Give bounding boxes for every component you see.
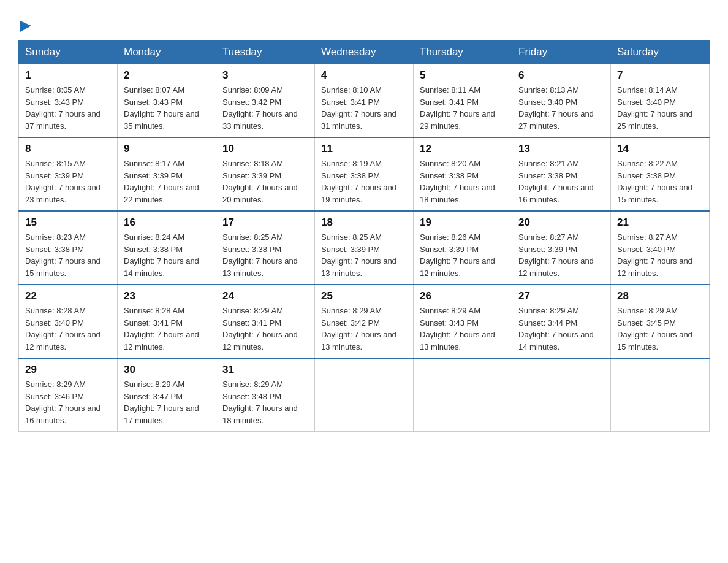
calendar-cell: 26 Sunrise: 8:29 AM Sunset: 3:43 PM Dayl…	[414, 285, 512, 358]
calendar-cell: 10 Sunrise: 8:18 AM Sunset: 3:39 PM Dayl…	[216, 137, 315, 211]
day-number: 13	[518, 143, 604, 155]
calendar-cell	[315, 358, 414, 432]
calendar-cell: 13 Sunrise: 8:21 AM Sunset: 3:38 PM Dayl…	[512, 137, 611, 211]
day-info: Sunrise: 8:24 AM Sunset: 3:38 PM Dayligh…	[124, 231, 210, 279]
day-info: Sunrise: 8:29 AM Sunset: 3:44 PM Dayligh…	[518, 305, 604, 353]
logo-triangle-icon	[20, 20, 31, 34]
day-number: 8	[25, 143, 111, 155]
calendar-cell: 15 Sunrise: 8:23 AM Sunset: 3:38 PM Dayl…	[19, 211, 118, 285]
calendar-week-row: 8 Sunrise: 8:15 AM Sunset: 3:39 PM Dayli…	[19, 137, 710, 211]
calendar-week-row: 15 Sunrise: 8:23 AM Sunset: 3:38 PM Dayl…	[19, 211, 710, 285]
day-info: Sunrise: 8:13 AM Sunset: 3:40 PM Dayligh…	[518, 84, 604, 132]
day-number: 14	[617, 143, 703, 155]
calendar-cell: 12 Sunrise: 8:20 AM Sunset: 3:38 PM Dayl…	[414, 137, 512, 211]
day-number: 16	[124, 216, 210, 229]
calendar-cell: 4 Sunrise: 8:10 AM Sunset: 3:41 PM Dayli…	[315, 64, 414, 137]
calendar-cell	[611, 358, 710, 432]
calendar-cell: 20 Sunrise: 8:27 AM Sunset: 3:39 PM Dayl…	[512, 211, 611, 285]
day-number: 6	[518, 69, 604, 82]
day-number: 30	[124, 364, 210, 376]
day-info: Sunrise: 8:23 AM Sunset: 3:38 PM Dayligh…	[25, 231, 111, 279]
calendar-cell: 31 Sunrise: 8:29 AM Sunset: 3:48 PM Dayl…	[216, 358, 315, 432]
day-number: 7	[617, 69, 703, 82]
calendar-week-row: 22 Sunrise: 8:28 AM Sunset: 3:40 PM Dayl…	[19, 285, 710, 358]
day-number: 10	[222, 143, 308, 155]
day-info: Sunrise: 8:29 AM Sunset: 3:48 PM Dayligh…	[222, 378, 308, 426]
day-of-week-header: Tuesday	[216, 41, 315, 64]
day-number: 27	[518, 290, 604, 302]
day-info: Sunrise: 8:28 AM Sunset: 3:40 PM Dayligh…	[25, 305, 111, 353]
day-of-week-header: Sunday	[19, 41, 118, 64]
day-info: Sunrise: 8:21 AM Sunset: 3:38 PM Dayligh…	[518, 158, 604, 205]
calendar-cell: 5 Sunrise: 8:11 AM Sunset: 3:41 PM Dayli…	[414, 64, 512, 137]
day-info: Sunrise: 8:05 AM Sunset: 3:43 PM Dayligh…	[25, 84, 111, 132]
day-of-week-header: Friday	[512, 41, 611, 64]
day-number: 20	[518, 216, 604, 229]
day-number: 18	[321, 216, 407, 229]
calendar-cell: 17 Sunrise: 8:25 AM Sunset: 3:38 PM Dayl…	[216, 211, 315, 285]
calendar-cell: 9 Sunrise: 8:17 AM Sunset: 3:39 PM Dayli…	[118, 137, 216, 211]
day-number: 11	[321, 143, 407, 155]
calendar-cell: 7 Sunrise: 8:14 AM Sunset: 3:40 PM Dayli…	[611, 64, 710, 137]
day-number: 22	[25, 290, 111, 302]
day-info: Sunrise: 8:18 AM Sunset: 3:39 PM Dayligh…	[222, 158, 308, 205]
svg-marker-0	[20, 21, 31, 32]
day-info: Sunrise: 8:29 AM Sunset: 3:41 PM Dayligh…	[222, 305, 308, 353]
calendar-cell: 30 Sunrise: 8:29 AM Sunset: 3:47 PM Dayl…	[118, 358, 216, 432]
day-info: Sunrise: 8:11 AM Sunset: 3:41 PM Dayligh…	[420, 84, 506, 132]
day-info: Sunrise: 8:27 AM Sunset: 3:39 PM Dayligh…	[518, 231, 604, 279]
calendar-cell: 24 Sunrise: 8:29 AM Sunset: 3:41 PM Dayl…	[216, 285, 315, 358]
calendar-cell: 18 Sunrise: 8:25 AM Sunset: 3:39 PM Dayl…	[315, 211, 414, 285]
day-info: Sunrise: 8:27 AM Sunset: 3:40 PM Dayligh…	[617, 231, 703, 279]
page-header	[18, 18, 710, 34]
calendar-cell: 16 Sunrise: 8:24 AM Sunset: 3:38 PM Dayl…	[118, 211, 216, 285]
calendar-table: SundayMondayTuesdayWednesdayThursdayFrid…	[18, 40, 710, 432]
day-info: Sunrise: 8:17 AM Sunset: 3:39 PM Dayligh…	[124, 158, 210, 205]
day-number: 15	[25, 216, 111, 229]
day-info: Sunrise: 8:26 AM Sunset: 3:39 PM Dayligh…	[420, 231, 506, 279]
day-info: Sunrise: 8:29 AM Sunset: 3:47 PM Dayligh…	[124, 378, 210, 426]
day-info: Sunrise: 8:28 AM Sunset: 3:41 PM Dayligh…	[124, 305, 210, 353]
day-number: 31	[222, 364, 308, 376]
day-info: Sunrise: 8:09 AM Sunset: 3:42 PM Dayligh…	[222, 84, 308, 132]
day-info: Sunrise: 8:19 AM Sunset: 3:38 PM Dayligh…	[321, 158, 407, 205]
logo	[18, 18, 31, 34]
day-of-week-header: Saturday	[611, 41, 710, 64]
day-info: Sunrise: 8:22 AM Sunset: 3:38 PM Dayligh…	[617, 158, 703, 205]
day-info: Sunrise: 8:10 AM Sunset: 3:41 PM Dayligh…	[321, 84, 407, 132]
day-number: 12	[420, 143, 506, 155]
calendar-cell	[512, 358, 611, 432]
day-number: 23	[124, 290, 210, 302]
day-number: 24	[222, 290, 308, 302]
calendar-cell: 8 Sunrise: 8:15 AM Sunset: 3:39 PM Dayli…	[19, 137, 118, 211]
day-number: 19	[420, 216, 506, 229]
day-info: Sunrise: 8:29 AM Sunset: 3:42 PM Dayligh…	[321, 305, 407, 353]
day-info: Sunrise: 8:20 AM Sunset: 3:38 PM Dayligh…	[420, 158, 506, 205]
calendar-cell: 29 Sunrise: 8:29 AM Sunset: 3:46 PM Dayl…	[19, 358, 118, 432]
day-number: 3	[222, 69, 308, 82]
day-number: 9	[124, 143, 210, 155]
calendar-cell: 14 Sunrise: 8:22 AM Sunset: 3:38 PM Dayl…	[611, 137, 710, 211]
calendar-cell: 11 Sunrise: 8:19 AM Sunset: 3:38 PM Dayl…	[315, 137, 414, 211]
day-info: Sunrise: 8:29 AM Sunset: 3:43 PM Dayligh…	[420, 305, 506, 353]
day-info: Sunrise: 8:25 AM Sunset: 3:39 PM Dayligh…	[321, 231, 407, 279]
calendar-cell: 28 Sunrise: 8:29 AM Sunset: 3:45 PM Dayl…	[611, 285, 710, 358]
day-number: 26	[420, 290, 506, 302]
day-of-week-header: Monday	[118, 41, 216, 64]
day-number: 5	[420, 69, 506, 82]
calendar-cell: 25 Sunrise: 8:29 AM Sunset: 3:42 PM Dayl…	[315, 285, 414, 358]
day-number: 2	[124, 69, 210, 82]
calendar-header-row: SundayMondayTuesdayWednesdayThursdayFrid…	[19, 41, 710, 64]
calendar-cell: 1 Sunrise: 8:05 AM Sunset: 3:43 PM Dayli…	[19, 64, 118, 137]
day-number: 21	[617, 216, 703, 229]
day-info: Sunrise: 8:07 AM Sunset: 3:43 PM Dayligh…	[124, 84, 210, 132]
day-info: Sunrise: 8:29 AM Sunset: 3:45 PM Dayligh…	[617, 305, 703, 353]
day-info: Sunrise: 8:29 AM Sunset: 3:46 PM Dayligh…	[25, 378, 111, 426]
day-number: 4	[321, 69, 407, 82]
calendar-cell: 2 Sunrise: 8:07 AM Sunset: 3:43 PM Dayli…	[118, 64, 216, 137]
day-number: 25	[321, 290, 407, 302]
calendar-cell: 21 Sunrise: 8:27 AM Sunset: 3:40 PM Dayl…	[611, 211, 710, 285]
calendar-cell: 3 Sunrise: 8:09 AM Sunset: 3:42 PM Dayli…	[216, 64, 315, 137]
day-of-week-header: Wednesday	[315, 41, 414, 64]
day-number: 17	[222, 216, 308, 229]
